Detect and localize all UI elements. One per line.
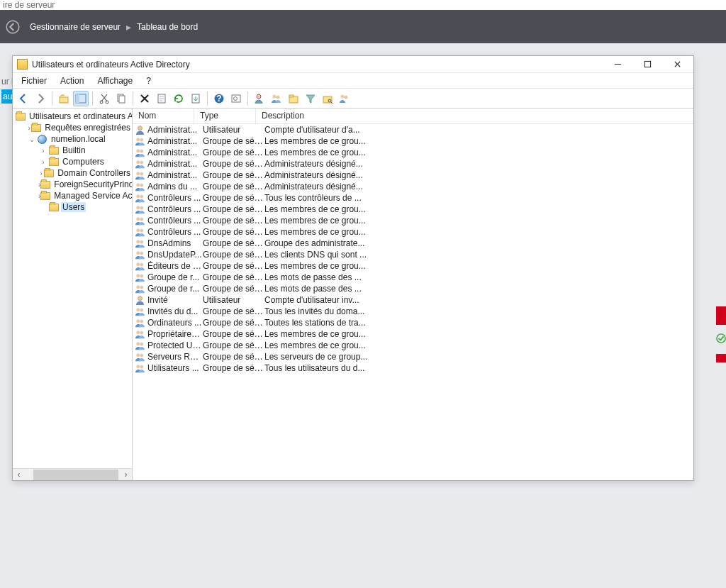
folder-icon	[40, 191, 50, 201]
scroll-right-icon[interactable]: ›	[120, 469, 132, 481]
col-desc-header[interactable]: Description	[256, 109, 348, 123]
cell-type: Groupe de séc...	[203, 204, 264, 214]
tree-node[interactable]: ›Builtin	[13, 145, 132, 156]
cut-button[interactable]	[96, 91, 112, 106]
expander-icon[interactable]: ›	[38, 170, 44, 177]
tree-node[interactable]: ›Requêtes enregistrées	[13, 122, 132, 133]
tree-node[interactable]: ›ForeignSecurityPrincipals	[13, 179, 132, 190]
cell-desc: Les mots de passe des ...	[264, 272, 378, 282]
cell-desc: Les membres de ce grou...	[264, 204, 378, 214]
list-row[interactable]: Admins du ...Groupe de séc...Administrat…	[133, 181, 693, 192]
tree-node[interactable]: Users	[13, 201, 132, 213]
expander-icon[interactable]: ⌄	[27, 135, 37, 143]
list-row[interactable]: Administrat...Groupe de séc...Administra…	[133, 170, 693, 181]
list-row[interactable]: Éditeurs de c...Groupe de séc...Les memb…	[133, 260, 693, 272]
menu-bar: Fichier Action Affichage ?	[13, 73, 693, 89]
list-row[interactable]: Propriétaires...Groupe de séc...Les memb…	[133, 328, 693, 340]
cell-desc: Tous les contrôleurs de ...	[264, 193, 378, 203]
close-button[interactable]	[662, 57, 692, 72]
group-icon	[133, 272, 145, 283]
breadcrumb-root[interactable]: Gestionnaire de serveur	[30, 22, 121, 32]
tree-node-label: Users	[61, 202, 86, 212]
cell-type: Utilisateur	[203, 295, 264, 305]
delete-button[interactable]	[137, 91, 152, 106]
nav-back-button[interactable]	[16, 91, 31, 106]
help-button[interactable]: ?	[211, 91, 227, 106]
list-row[interactable]: Administrat...Groupe de séc...Les membre…	[133, 135, 693, 147]
tree-node[interactable]: ⌄numelion.local	[13, 133, 132, 145]
list-row[interactable]: Serveurs RA...Groupe de séc...Les serveu…	[133, 351, 693, 362]
list-row[interactable]: Administrat...Groupe de séc...Administra…	[133, 158, 693, 170]
folder-icon	[48, 202, 59, 212]
menu-help[interactable]: ?	[140, 74, 157, 88]
list-row[interactable]: DnsUpdateP...Groupe de séc...Les clients…	[133, 249, 693, 260]
cell-name: DnsAdmins	[147, 238, 203, 248]
nav-forward-button[interactable]	[33, 91, 48, 106]
export-list-button[interactable]	[188, 91, 203, 106]
folder-icon	[48, 157, 59, 167]
copy-button[interactable]	[113, 91, 129, 106]
expander-icon[interactable]: ›	[38, 158, 48, 166]
list-row[interactable]: Administrat...Groupe de séc...Les membre…	[133, 147, 693, 158]
group-icon	[133, 306, 145, 317]
cell-type: Utilisateur	[203, 125, 264, 135]
show-console-tree-button[interactable]	[73, 91, 89, 106]
menu-view[interactable]: Affichage	[91, 74, 138, 88]
add-to-group-button[interactable]	[337, 91, 352, 106]
list-row[interactable]: Ordinateurs ...Groupe de séc...Toutes le…	[133, 317, 693, 328]
cell-name: Contrôleurs ...	[147, 216, 203, 226]
svg-point-53	[138, 296, 143, 300]
breadcrumb-page[interactable]: Tableau de bord	[137, 22, 198, 32]
properties-button[interactable]	[154, 91, 169, 106]
menu-file[interactable]: Fichier	[16, 74, 52, 88]
globe-icon	[37, 134, 48, 144]
list-row[interactable]: Contrôleurs ...Groupe de séc...Les membr…	[133, 226, 693, 238]
menu-action[interactable]: Action	[55, 74, 89, 88]
list-row[interactable]: Utilisateurs ...Groupe de séc...Tous les…	[133, 362, 693, 374]
tree-node[interactable]: Utilisateurs et ordinateurs Active	[13, 111, 132, 122]
list-row[interactable]: Protected Us...Groupe de séc...Les membr…	[133, 340, 693, 351]
search-button[interactable]	[320, 91, 335, 106]
col-name-header[interactable]: Nom	[133, 109, 194, 123]
expander-icon[interactable]: ›	[38, 147, 48, 155]
cell-type: Groupe de séc...	[203, 238, 264, 248]
new-group-button[interactable]	[269, 91, 284, 106]
minimize-button[interactable]	[603, 57, 632, 72]
svg-point-61	[140, 342, 143, 345]
svg-point-50	[140, 274, 143, 277]
ok-check-icon	[716, 333, 726, 343]
list-row[interactable]: Contrôleurs ...Groupe de séc...Les membr…	[133, 204, 693, 215]
maximize-button[interactable]	[632, 57, 662, 72]
tree-node[interactable]: ›Managed Service Account	[13, 190, 132, 201]
filter-button[interactable]	[303, 91, 318, 106]
list-row[interactable]: InvitéUtilisateurCompte d'utilisateur in…	[133, 294, 693, 306]
cell-desc: Groupe des administrate...	[264, 238, 378, 248]
cell-desc: Les membres de ce grou...	[264, 136, 378, 146]
svg-point-43	[136, 240, 140, 243]
scroll-left-icon[interactable]: ‹	[13, 469, 25, 481]
tree-node[interactable]: ›Domain Controllers	[13, 167, 132, 179]
group-icon	[133, 159, 145, 170]
svg-point-48	[140, 262, 143, 266]
scrollbar-thumb[interactable]	[33, 470, 118, 480]
list-row[interactable]: Contrôleurs ...Groupe de séc...Les membr…	[133, 215, 693, 226]
list-row[interactable]: Groupe de r...Groupe de séc...Les mots d…	[133, 272, 693, 283]
svg-point-60	[136, 342, 140, 345]
find-button[interactable]	[228, 91, 244, 106]
list-row[interactable]: Invités du d...Groupe de séc...Tous les …	[133, 306, 693, 317]
refresh-button[interactable]	[171, 91, 186, 106]
new-user-button[interactable]	[252, 91, 267, 106]
col-type-header[interactable]: Type	[194, 109, 256, 123]
aduc-titlebar[interactable]: Utilisateurs et ordinateurs Active Direc…	[13, 56, 693, 73]
tree-horizontal-scrollbar[interactable]: ‹ ›	[13, 468, 132, 480]
list-row[interactable]: Contrôleurs ...Groupe de séc...Tous les …	[133, 192, 693, 204]
cell-name: Invités du d...	[147, 306, 203, 316]
list-row[interactable]: DnsAdminsGroupe de séc...Groupe des admi…	[133, 238, 693, 249]
new-ou-button[interactable]	[286, 91, 301, 106]
list-row[interactable]: Groupe de r...Groupe de séc...Les mots d…	[133, 283, 693, 294]
tree-node[interactable]: ›Computers	[13, 156, 132, 167]
nav-back-icon[interactable]	[6, 20, 20, 34]
chevron-right-icon: ▸	[126, 21, 131, 33]
up-level-button[interactable]	[56, 91, 72, 106]
list-row[interactable]: Administrat...UtilisateurCompte d'utilis…	[133, 124, 693, 135]
